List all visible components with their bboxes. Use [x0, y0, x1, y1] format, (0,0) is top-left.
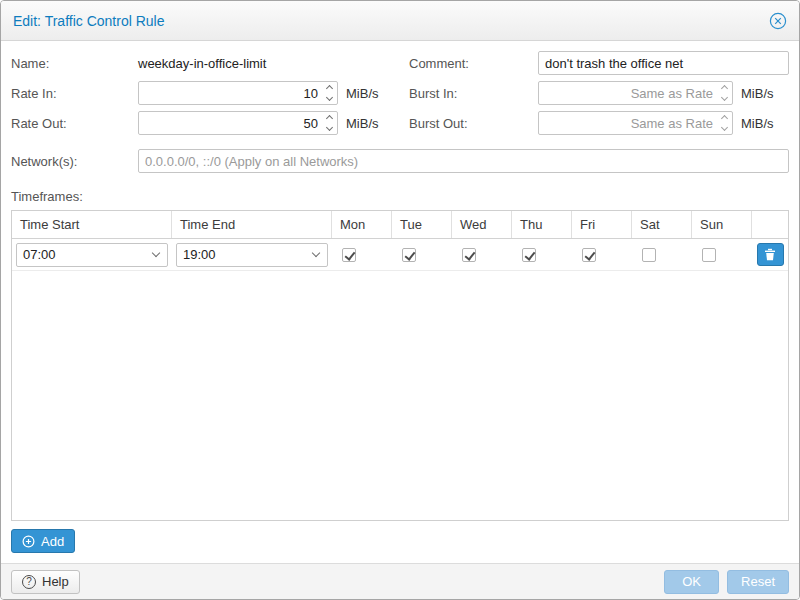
comment-label: Comment:: [409, 56, 538, 71]
actions-cell: [752, 239, 788, 270]
column-header-sun[interactable]: Sun: [692, 211, 752, 238]
sat-cell: [632, 239, 692, 270]
comment-row: Comment:: [409, 51, 789, 75]
rate-in-label: Rate In:: [11, 86, 138, 101]
rate-out-label: Rate Out:: [11, 116, 138, 131]
ok-button[interactable]: OK: [664, 570, 719, 594]
fri-cell: [572, 239, 632, 270]
burst-in-field: [538, 81, 733, 105]
rate-out-unit: MiB/s: [346, 116, 379, 131]
networks-label: Network(s):: [11, 154, 138, 169]
time-start-value: 07:00: [23, 247, 153, 262]
grid-empty-area: [12, 271, 788, 520]
burst-in-spinner[interactable]: [716, 82, 732, 104]
burst-out-row: Burst Out: MiB/s: [409, 111, 789, 135]
spinner-up-icon: [325, 115, 332, 122]
time-start-cell: 07:00: [12, 239, 172, 270]
checkbox-mon[interactable]: [342, 248, 356, 262]
chevron-down-icon: [152, 249, 160, 257]
delete-row-button[interactable]: [757, 243, 784, 266]
form-columns: Name: weekday-in-office-limit Rate In: M…: [11, 51, 789, 141]
checkbox-sat[interactable]: [642, 248, 656, 262]
checkbox-tue[interactable]: [402, 248, 416, 262]
column-header-tue[interactable]: Tue: [392, 211, 452, 238]
column-header-time-start[interactable]: Time Start: [12, 211, 172, 238]
name-label: Name:: [11, 56, 138, 71]
time-start-select[interactable]: 07:00: [16, 243, 168, 267]
add-button[interactable]: Add: [11, 529, 75, 553]
spinner-down-icon: [720, 124, 727, 131]
rate-in-spinner[interactable]: [321, 82, 337, 104]
timeframes-label: Timeframes:: [11, 189, 789, 204]
burst-out-input[interactable]: [539, 112, 716, 134]
thu-cell: [512, 239, 572, 270]
spinner-up-icon: [720, 85, 727, 92]
column-header-actions: [752, 211, 788, 238]
column-header-mon[interactable]: Mon: [332, 211, 392, 238]
burst-out-spinner[interactable]: [716, 112, 732, 134]
spinner-down-icon: [325, 124, 332, 131]
checkbox-sun[interactable]: [702, 248, 716, 262]
spinner-down-icon: [720, 94, 727, 101]
spinner-up-icon: [325, 85, 332, 92]
timeframe-row: 07:00 19:00: [12, 239, 788, 271]
burst-out-label: Burst Out:: [409, 116, 538, 131]
dialog-footer: Help OK Reset: [1, 563, 799, 599]
trash-icon: [764, 248, 776, 261]
close-icon[interactable]: [769, 12, 787, 30]
networks-row: Network(s):: [11, 149, 789, 173]
column-header-fri[interactable]: Fri: [572, 211, 632, 238]
column-header-sat[interactable]: Sat: [632, 211, 692, 238]
chevron-down-icon: [312, 249, 320, 257]
checkbox-wed[interactable]: [462, 248, 476, 262]
rate-in-row: Rate In: MiB/s: [11, 81, 409, 105]
name-row: Name: weekday-in-office-limit: [11, 51, 409, 75]
networks-input[interactable]: [138, 149, 789, 173]
burst-in-input[interactable]: [539, 82, 716, 104]
grid-header: Time Start Time End Mon Tue Wed Thu Fri …: [12, 211, 788, 239]
add-button-label: Add: [41, 534, 64, 549]
time-end-cell: 19:00: [172, 239, 332, 270]
dialog-header: Edit: Traffic Control Rule: [1, 1, 799, 41]
reset-button[interactable]: Reset: [727, 570, 789, 594]
time-end-select[interactable]: 19:00: [176, 243, 328, 267]
wed-cell: [452, 239, 512, 270]
form-column-left: Name: weekday-in-office-limit Rate In: M…: [11, 51, 409, 141]
rate-out-field: [138, 111, 338, 135]
spinner-up-icon: [720, 115, 727, 122]
spinner-down-icon: [325, 94, 332, 101]
rate-in-unit: MiB/s: [346, 86, 379, 101]
rate-in-field: [138, 81, 338, 105]
help-button-label: Help: [42, 574, 69, 589]
edit-traffic-control-rule-dialog: Edit: Traffic Control Rule Name: weekday…: [0, 0, 800, 600]
column-header-wed[interactable]: Wed: [452, 211, 512, 238]
tue-cell: [392, 239, 452, 270]
checkbox-thu[interactable]: [522, 248, 536, 262]
rate-out-row: Rate Out: MiB/s: [11, 111, 409, 135]
rate-out-input[interactable]: [139, 112, 321, 134]
burst-in-unit: MiB/s: [741, 86, 774, 101]
time-end-value: 19:00: [183, 247, 313, 262]
burst-in-row: Burst In: MiB/s: [409, 81, 789, 105]
rate-out-spinner[interactable]: [321, 112, 337, 134]
burst-in-label: Burst In:: [409, 86, 538, 101]
timeframes-grid: Time Start Time End Mon Tue Wed Thu Fri …: [11, 210, 789, 521]
name-value: weekday-in-office-limit: [138, 56, 266, 71]
dialog-body: Name: weekday-in-office-limit Rate In: M…: [1, 41, 799, 563]
add-row: Add: [11, 529, 789, 553]
burst-out-unit: MiB/s: [741, 116, 774, 131]
help-button[interactable]: Help: [11, 570, 80, 594]
plus-icon: [22, 535, 35, 548]
rate-in-input[interactable]: [139, 82, 321, 104]
dialog-title: Edit: Traffic Control Rule: [13, 13, 164, 29]
column-header-thu[interactable]: Thu: [512, 211, 572, 238]
sun-cell: [692, 239, 752, 270]
comment-input[interactable]: [538, 51, 789, 75]
burst-out-field: [538, 111, 733, 135]
form-column-right: Comment: Burst In: MiB/s Burst: [409, 51, 789, 141]
mon-cell: [332, 239, 392, 270]
checkbox-fri[interactable]: [582, 248, 596, 262]
question-icon: [22, 575, 36, 589]
column-header-time-end[interactable]: Time End: [172, 211, 332, 238]
